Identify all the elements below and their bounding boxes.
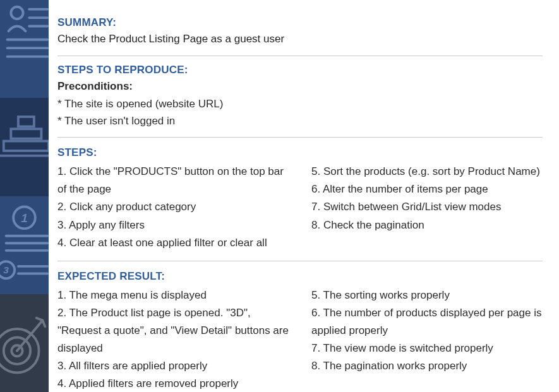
expected-result-title: EXPECTED RESULT: bbox=[57, 270, 543, 283]
steps-section: STEPS: 1. Click the "PRODUCTS" button on… bbox=[57, 145, 543, 260]
steps-right-column: 5. Sort the products (e.g. sort by Produ… bbox=[311, 163, 543, 251]
numbers-icon: 1 3 bbox=[0, 196, 49, 294]
decorative-sidebar: 1 3 bbox=[0, 0, 49, 392]
steps-title: STEPS: bbox=[57, 146, 543, 159]
divider bbox=[57, 261, 543, 261]
svg-text:3: 3 bbox=[3, 264, 9, 275]
sidebar-tile-3: 1 3 bbox=[0, 196, 49, 294]
document-icon bbox=[0, 0, 49, 98]
expected-left-column: 1. The mega menu is displayed 2. The Pro… bbox=[57, 287, 289, 392]
expected-right-column: 5. The sorting works properly 6. The num… bbox=[311, 287, 543, 392]
summary-section: SUMMARY: Check the Product Listing Page … bbox=[57, 16, 543, 56]
expected-result-section: EXPECTED RESULT: 1. The mega menu is dis… bbox=[57, 269, 543, 392]
steps-to-reproduce-title: STEPS TO REPRODUCE: bbox=[57, 64, 543, 76]
svg-point-20 bbox=[0, 329, 39, 372]
divider bbox=[57, 56, 543, 56]
expected-item: 7. The view mode is switched properly bbox=[311, 340, 543, 357]
expected-item: 3. All filters are applied properly bbox=[57, 357, 289, 375]
precondition-item: * The site is opened (website URL) bbox=[57, 95, 543, 112]
step-item: 7. Switch between Grid/List view modes bbox=[311, 198, 543, 216]
step-item: 1. Click the "PRODUCTS" button on the to… bbox=[57, 163, 289, 198]
sidebar-tile-4 bbox=[0, 294, 49, 392]
summary-title: SUMMARY: bbox=[57, 16, 543, 29]
step-item: 8. Check the pagination bbox=[311, 217, 543, 234]
expected-item: 2. The Product list page is opened. "3D"… bbox=[57, 304, 289, 357]
step-item: 2. Click any product category bbox=[57, 198, 289, 216]
preconditions-block: Preconditions: * The site is opened (web… bbox=[57, 80, 543, 137]
expected-item: 6. The number of products displayed per … bbox=[311, 304, 543, 340]
svg-point-0 bbox=[11, 7, 23, 19]
svg-rect-8 bbox=[11, 129, 41, 138]
target-icon bbox=[0, 294, 49, 392]
summary-text: Check the Product Listing Page as a gues… bbox=[57, 33, 543, 56]
svg-rect-7 bbox=[18, 117, 34, 126]
step-item: 5. Sort the products (e.g. sort by Produ… bbox=[311, 163, 543, 181]
step-item: 6. Alter the number of items per page bbox=[311, 181, 543, 198]
svg-rect-9 bbox=[4, 141, 49, 151]
step-item: 3. Apply any filters bbox=[57, 217, 289, 234]
main-content: SUMMARY: Check the Product Listing Page … bbox=[49, 0, 559, 392]
blocks-icon bbox=[0, 98, 49, 196]
preconditions-label: Preconditions: bbox=[57, 80, 543, 93]
sidebar-tile-2 bbox=[0, 98, 49, 196]
sidebar-tile-1 bbox=[0, 0, 49, 98]
step-item: 4. Clear at least one applied filter or … bbox=[57, 234, 289, 252]
steps-to-reproduce-section: STEPS TO REPRODUCE: Preconditions: * The… bbox=[57, 64, 543, 137]
expected-item: 4. Applied filters are removed properly bbox=[57, 375, 289, 392]
svg-text:1: 1 bbox=[21, 211, 28, 224]
expected-item: 1. The mega menu is displayed bbox=[57, 287, 289, 304]
expected-item: 8. The pagination works properly bbox=[311, 357, 543, 375]
divider bbox=[57, 137, 543, 138]
steps-left-column: 1. Click the "PRODUCTS" button on the to… bbox=[57, 163, 289, 251]
expected-item: 5. The sorting works properly bbox=[311, 287, 543, 304]
precondition-item: * The user isn't logged in bbox=[57, 112, 543, 129]
